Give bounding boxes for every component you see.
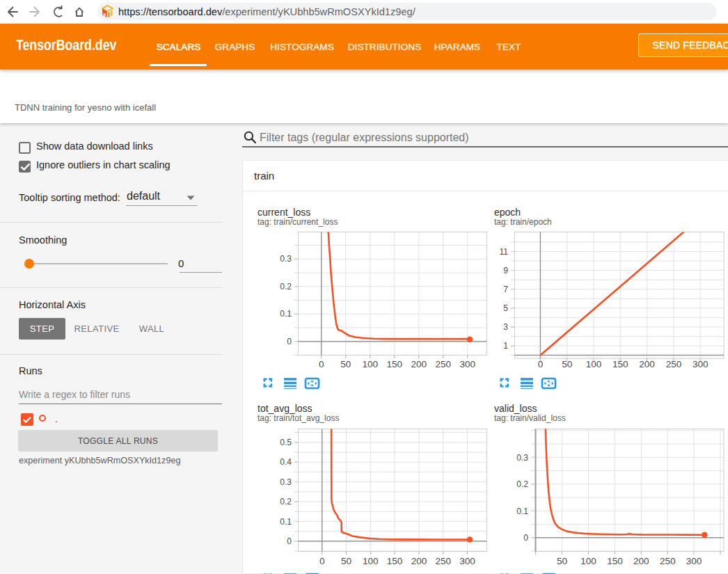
svg-text:0.3: 0.3: [516, 453, 528, 463]
svg-text:250: 250: [660, 556, 676, 566]
svg-text:0.1: 0.1: [280, 517, 292, 527]
svg-text:200: 200: [633, 556, 649, 566]
svg-text:0: 0: [287, 536, 292, 546]
svg-text:11: 11: [499, 247, 508, 257]
svg-text:0: 0: [319, 359, 324, 369]
svg-text:200: 200: [411, 556, 427, 566]
svg-text:300: 300: [693, 359, 709, 369]
svg-text:300: 300: [686, 556, 702, 566]
svg-text:0.3: 0.3: [280, 477, 292, 487]
svg-text:0: 0: [523, 533, 528, 543]
svg-text:150: 150: [612, 359, 628, 369]
svg-text:7: 7: [503, 285, 508, 294]
svg-text:0.1: 0.1: [516, 507, 528, 516]
svg-text:9: 9: [503, 266, 508, 276]
svg-text:0.3: 0.3: [280, 254, 292, 264]
svg-text:200: 200: [639, 359, 655, 369]
svg-text:1: 1: [503, 341, 508, 351]
svg-text:100: 100: [363, 556, 379, 566]
svg-text:50: 50: [341, 556, 351, 566]
svg-text:300: 300: [459, 556, 475, 566]
svg-text:300: 300: [459, 359, 475, 369]
svg-text:100: 100: [586, 359, 602, 369]
svg-text:0.2: 0.2: [516, 479, 528, 489]
svg-text:150: 150: [386, 359, 402, 369]
svg-text:5: 5: [503, 303, 508, 313]
svg-text:0: 0: [319, 556, 325, 566]
svg-text:3: 3: [503, 322, 508, 332]
svg-text:100: 100: [362, 359, 378, 369]
svg-text:150: 150: [387, 556, 403, 566]
svg-text:250: 250: [666, 359, 682, 369]
svg-text:0.4: 0.4: [280, 457, 292, 467]
svg-text:200: 200: [411, 359, 427, 369]
svg-text:250: 250: [435, 359, 451, 369]
svg-text:100: 100: [580, 556, 596, 566]
svg-text:50: 50: [562, 359, 572, 369]
svg-text:0.5: 0.5: [280, 438, 292, 447]
svg-text:0: 0: [287, 337, 292, 346]
svg-text:0: 0: [538, 359, 544, 369]
svg-text:0.2: 0.2: [280, 282, 292, 292]
svg-text:50: 50: [557, 556, 567, 566]
svg-text:50: 50: [340, 359, 351, 369]
svg-text:0.1: 0.1: [280, 309, 292, 319]
svg-text:150: 150: [607, 556, 623, 566]
svg-text:0.2: 0.2: [280, 497, 292, 507]
svg-text:250: 250: [435, 556, 451, 566]
